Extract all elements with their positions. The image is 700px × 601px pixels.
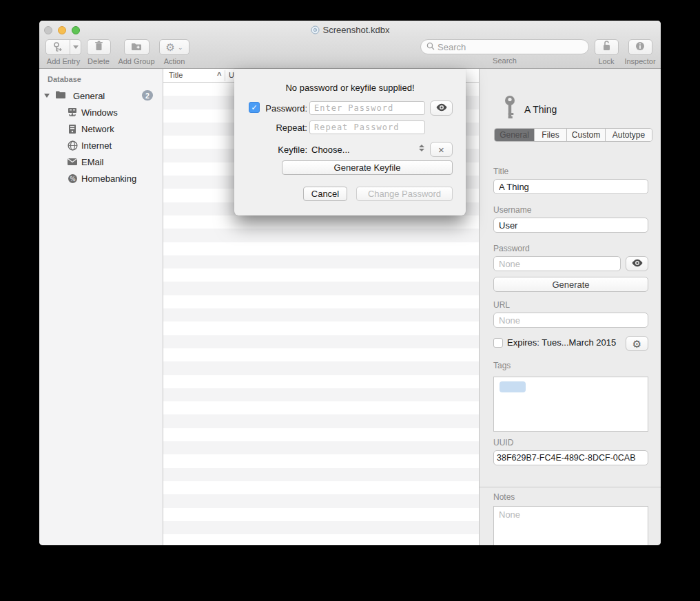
sidebar-item-label: Internet — [81, 140, 112, 151]
url-label: URL — [493, 300, 510, 310]
add-group-toolbar-item: Add Group — [115, 39, 158, 65]
change-password-button[interactable]: Change Password — [356, 187, 453, 201]
inspector-button[interactable] — [628, 39, 652, 55]
sidebar-section-header: Database — [48, 75, 81, 83]
tab-general[interactable]: General — [495, 129, 534, 141]
sidebar-item-internet[interactable]: Internet — [39, 137, 163, 154]
gear-icon: ⚙ — [632, 339, 641, 349]
folder-plus-icon — [131, 41, 142, 54]
disclosure-triangle-icon[interactable] — [44, 94, 50, 98]
notes-label: Notes — [493, 492, 515, 502]
lock-button[interactable] — [595, 39, 619, 55]
gear-icon: ⚙ — [166, 42, 175, 52]
sheet-password-label: Password: — [249, 103, 307, 114]
generate-password-button[interactable]: Generate — [493, 277, 648, 292]
delete-toolbar-item: Delete — [83, 39, 114, 65]
password-label: Password — [493, 244, 530, 253]
window-title-area: Screenshot.kdbx — [39, 25, 661, 36]
add-entry-button[interactable] — [45, 39, 81, 55]
uuid-field[interactable] — [493, 450, 648, 465]
trash-icon — [94, 41, 103, 54]
envelope-icon — [67, 156, 78, 167]
action-toolbar-item: ⚙ ⌄ Action — [158, 39, 191, 65]
entry-count-badge: 2 — [142, 90, 153, 101]
action-label: Action — [158, 57, 191, 65]
add-group-label: Add Group — [115, 57, 158, 65]
notes-divider — [480, 487, 661, 487]
sidebar-item-general[interactable]: General 2 — [39, 87, 163, 104]
keyfile-popup[interactable]: Choose... — [311, 145, 350, 155]
password-field[interactable] — [493, 256, 621, 271]
sheet-message: No password or keyfile supplied! — [234, 83, 466, 93]
clear-keyfile-button[interactable]: × — [430, 142, 453, 157]
keyfile-stepper-icon[interactable] — [419, 145, 424, 151]
sidebar-item-label: EMail — [81, 157, 104, 167]
expiry-settings-button[interactable]: ⚙ — [626, 336, 648, 351]
globe-icon — [67, 140, 78, 151]
column-divider[interactable] — [225, 70, 225, 81]
sheet-reveal-password-button[interactable] — [430, 101, 453, 116]
tags-box[interactable] — [493, 377, 648, 432]
entry-header: A Thing — [504, 95, 557, 124]
reveal-password-button[interactable] — [626, 256, 648, 271]
inspector-tabs: General Files Custom Autotype — [494, 128, 652, 142]
document-proxy-icon — [311, 25, 320, 36]
desktop-background: Screenshot.kdbx Add Entry — [0, 0, 700, 601]
expires-checkbox[interactable] — [493, 338, 503, 348]
tab-files[interactable]: Files — [534, 129, 566, 141]
sidebar-item-email[interactable]: EMail — [39, 154, 163, 170]
sheet-repeat-label: Repeat: — [249, 123, 307, 133]
tags-label: Tags — [493, 361, 511, 370]
server-icon — [67, 123, 78, 134]
tab-custom[interactable]: Custom — [566, 129, 605, 141]
column-header-username[interactable]: U — [229, 71, 234, 79]
close-x-icon: × — [438, 144, 444, 156]
lock-toolbar-item: Lock — [592, 39, 621, 65]
sheet-repeat-field[interactable] — [309, 120, 425, 134]
titlebar-toolbar: Screenshot.kdbx Add Entry — [39, 21, 661, 69]
search-toolbar-item: Search — [420, 39, 589, 65]
search-label: Search — [420, 56, 589, 65]
lock-open-icon — [602, 41, 611, 54]
sidebar-item-homebanking[interactable]: % Homebanking — [39, 170, 163, 187]
add-group-button[interactable] — [124, 39, 150, 55]
delete-label: Delete — [83, 57, 114, 65]
inspector-label: Inspector — [623, 57, 657, 65]
title-label: Title — [493, 167, 508, 176]
sort-ascending-icon: ^ — [217, 71, 221, 79]
username-label: Username — [493, 205, 531, 215]
inspector-panel: A Thing General Files Custom Autotype Ti… — [479, 69, 661, 545]
sidebar-item-network[interactable]: Network — [39, 120, 163, 137]
title-field[interactable] — [493, 179, 648, 194]
windows-icon — [67, 107, 78, 118]
generate-keyfile-button[interactable]: Generate Keyfile — [282, 160, 453, 175]
url-field[interactable] — [493, 313, 648, 328]
info-icon — [635, 41, 645, 54]
search-input[interactable] — [438, 42, 583, 52]
expires-row: Expires: Tues...March 2015 — [493, 337, 616, 348]
tag-token[interactable] — [500, 381, 526, 392]
svg-text:%: % — [70, 175, 75, 182]
column-header-title[interactable]: Title — [169, 71, 183, 79]
app-window: Screenshot.kdbx Add Entry — [39, 21, 661, 545]
sidebar: Database General 2 Windows — [39, 69, 163, 545]
sheet-password-field[interactable] — [309, 101, 425, 115]
add-entry-key-icon[interactable] — [46, 40, 70, 54]
action-button[interactable]: ⚙ ⌄ — [159, 39, 189, 55]
cancel-button[interactable]: Cancel — [303, 187, 347, 201]
change-password-sheet: No password or keyfile supplied! ✓ Passw… — [234, 69, 466, 215]
expires-label: Expires: Tues...March 2015 — [507, 337, 616, 348]
tab-autotype[interactable]: Autotype — [605, 129, 652, 141]
chevron-down-icon: ⌄ — [178, 44, 183, 51]
add-entry-toolbar-item: Add Entry — [44, 39, 83, 65]
add-entry-dropdown-arrow[interactable] — [70, 40, 81, 54]
sidebar-item-windows[interactable]: Windows — [39, 104, 163, 120]
sidebar-item-label: Homebanking — [81, 173, 136, 184]
window-title: Screenshot.kdbx — [323, 25, 390, 35]
search-field-wrap — [420, 39, 589, 54]
notes-field[interactable] — [493, 506, 648, 545]
sheet-keyfile-label: Keyfile: — [249, 145, 307, 155]
delete-button[interactable] — [87, 39, 111, 55]
eye-icon — [435, 102, 448, 114]
username-field[interactable] — [493, 218, 648, 233]
